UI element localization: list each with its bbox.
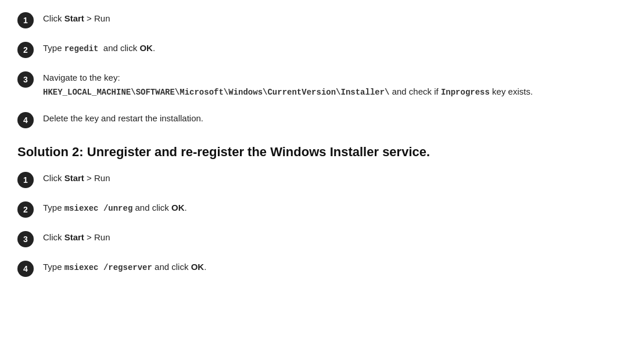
section2-step-3-content: Click Start > Run [43, 230, 611, 244]
step-number-3: 3 [17, 71, 34, 88]
step-4-text: Delete the key and restart the installat… [43, 111, 611, 125]
section1-steps: 1 Click Start > Run 2 Type regedit and c… [17, 12, 611, 128]
section2-heading: Solution 2: Unregister and re-register t… [17, 145, 611, 160]
section2-step-number-3: 3 [17, 231, 34, 247]
section2-step-4-text: Type msiexec /regserver and click OK. [43, 260, 611, 274]
step-3-line2: HKEY_LOCAL_MACHINE\SOFTWARE\Microsoft\Wi… [43, 85, 611, 99]
step-4: 4 Delete the key and restart the install… [17, 111, 611, 128]
section2-step-3-bold-start: Start [64, 232, 84, 242]
section2-step-1-bold-start: Start [64, 173, 84, 183]
section2-step-4-bold-ok: OK [191, 262, 204, 272]
section2-step-1: 1 Click Start > Run [17, 171, 611, 188]
step-1: 1 Click Start > Run [17, 12, 611, 28]
step-1-bold-start: Start [64, 13, 84, 23]
section2-step-number-1: 1 [17, 172, 34, 188]
step-3-inprogress: Inprogress [441, 88, 490, 97]
step-3-registry-key: HKEY_LOCAL_MACHINE\SOFTWARE\Microsoft\Wi… [43, 88, 390, 97]
section2-step-3: 3 Click Start > Run [17, 230, 611, 247]
section2-step-3-text: Click Start > Run [43, 230, 611, 244]
step-number-1: 1 [17, 12, 34, 28]
step-4-content: Delete the key and restart the installat… [43, 111, 611, 125]
step-3-content: Navigate to the key: HKEY_LOCAL_MACHINE\… [43, 71, 611, 99]
section2-step-2: 2 Type msiexec /unreg and click OK. [17, 201, 611, 218]
section2-step-2-text: Type msiexec /unreg and click OK. [43, 201, 611, 215]
section2-step-number-2: 2 [17, 201, 34, 218]
section2-step-2-bold-ok: OK [171, 203, 185, 212]
step-2: 2 Type regedit and click OK. [17, 41, 611, 58]
step-1-text: Click Start > Run [43, 12, 611, 26]
step-2-text: Type regedit and click OK. [43, 41, 611, 55]
section2-step-2-code: msiexec /unreg [64, 204, 133, 213]
section2-step-number-4: 4 [17, 261, 34, 277]
section2-step-4: 4 Type msiexec /regserver and click OK. [17, 260, 611, 277]
section2-step-4-content: Type msiexec /regserver and click OK. [43, 260, 611, 274]
section2-step-4-code: msiexec /regserver [64, 263, 152, 272]
step-3-line1: Navigate to the key: [43, 71, 611, 85]
step-2-code: regedit [64, 44, 99, 53]
step-number-4: 4 [17, 112, 34, 128]
section2-step-1-content: Click Start > Run [43, 171, 611, 185]
step-2-bold-ok: OK [139, 43, 153, 53]
step-number-2: 2 [17, 42, 34, 58]
section2-step-1-text: Click Start > Run [43, 171, 611, 185]
section2-steps: 1 Click Start > Run 2 Type msiexec /unre… [17, 171, 611, 277]
step-1-content: Click Start > Run [43, 12, 611, 26]
step-2-content: Type regedit and click OK. [43, 41, 611, 55]
section2-step-2-content: Type msiexec /unreg and click OK. [43, 201, 611, 215]
step-3: 3 Navigate to the key: HKEY_LOCAL_MACHIN… [17, 71, 611, 99]
